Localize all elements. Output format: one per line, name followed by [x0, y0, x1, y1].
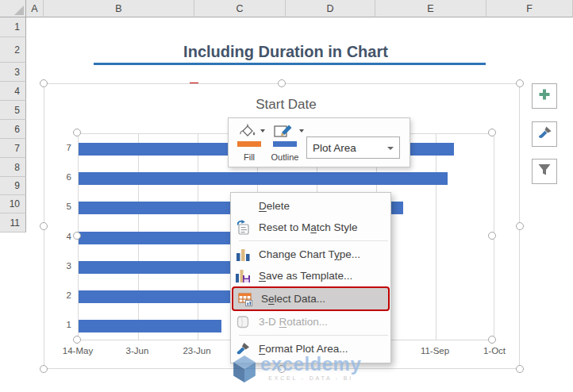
menu-item-save-as-template[interactable]: Save as Template...	[231, 265, 390, 286]
x-axis-label[interactable]: 3-Jun	[126, 346, 149, 355]
selection-handle[interactable]	[516, 79, 524, 87]
chart-styles-button[interactable]	[532, 121, 557, 147]
row-header-5[interactable]: 5	[0, 101, 26, 120]
row-header-2[interactable]: 2	[0, 37, 26, 63]
y-axis-label[interactable]: 7	[51, 143, 71, 152]
row-header-1[interactable]: 1	[0, 17, 26, 37]
selection-handle[interactable]	[40, 365, 48, 373]
menu-separator	[239, 240, 388, 241]
mini-toolbar: Fill Outline Plot Area	[228, 117, 410, 167]
column-header-C[interactable]: C	[194, 0, 286, 17]
row-header-8[interactable]: 8	[0, 158, 26, 177]
menu-item-label: Delete	[259, 200, 290, 212]
chart-filters-button[interactable]	[532, 159, 557, 184]
y-axis-label[interactable]: 3	[51, 261, 71, 271]
chart-elements-button[interactable]	[532, 83, 557, 109]
menu-item-select-data[interactable]: Select Data...	[232, 286, 390, 311]
vertical-gridline	[436, 134, 436, 340]
row-header-9[interactable]: 9	[0, 177, 26, 195]
menu-item-label: 3-D Rotation...	[259, 316, 328, 328]
selection-handle[interactable]	[278, 79, 286, 87]
row-header-6[interactable]: 6	[0, 120, 26, 139]
y-axis-label[interactable]: 6	[51, 172, 71, 182]
y-axis-label[interactable]: 1	[51, 320, 71, 329]
menu-item-reset-to-match-style[interactable]: Reset to Match Style	[231, 217, 390, 238]
watermark-tagline: EXCEL - DATA - BI	[260, 375, 361, 381]
selection-handle[interactable]	[40, 79, 48, 87]
x-axis-label[interactable]: 1-Oct	[483, 346, 506, 355]
selection-handle[interactable]	[40, 222, 48, 230]
selection-handle[interactable]	[73, 336, 81, 344]
row-header-10[interactable]: 10	[0, 195, 26, 213]
row-header-3[interactable]: 3	[0, 63, 26, 82]
menu-separator	[239, 335, 388, 336]
plus-icon	[538, 88, 551, 104]
fill-dropdown-arrow[interactable]	[260, 129, 265, 133]
fill-label: Fill	[233, 152, 265, 162]
row-header-7[interactable]: 7	[0, 139, 26, 158]
y-axis-label[interactable]: 2	[51, 290, 71, 300]
column-header-D[interactable]: D	[286, 0, 375, 17]
fill-bucket-icon[interactable]	[237, 123, 257, 143]
row-header-4[interactable]: 4	[0, 82, 26, 101]
menu-item-label: Save as Template...	[259, 270, 352, 282]
outline-pencil-icon[interactable]	[273, 123, 294, 143]
selection-handle[interactable]	[73, 129, 81, 136]
menu-item-3d-rotation: 3-D Rotation...	[231, 311, 390, 332]
3d-rotation-icon	[234, 314, 252, 330]
select-all-triangle-icon	[14, 6, 24, 15]
change-chart-type-icon	[234, 247, 252, 263]
x-axis-label[interactable]: 23-Jun	[183, 346, 210, 355]
menu-item-change-chart-type[interactable]: Change Chart Type...	[231, 244, 390, 265]
y-axis-label[interactable]: 5	[51, 202, 71, 211]
reset-icon	[234, 220, 252, 236]
y-axis-label[interactable]: 4	[51, 232, 71, 241]
selection-handle[interactable]	[488, 232, 496, 240]
select-all-corner[interactable]	[0, 0, 26, 17]
selection-handle[interactable]	[516, 365, 524, 373]
heading-underline	[94, 63, 486, 65]
selector-dropdown-arrow[interactable]	[387, 147, 394, 150]
brush-icon	[537, 125, 552, 144]
exceldemy-logo-icon	[232, 354, 257, 387]
worksheet-heading: Including Duration in Chart	[48, 43, 524, 61]
menu-item-label: Select Data...	[261, 293, 325, 305]
x-axis-label[interactable]: 11-Sep	[421, 346, 449, 355]
watermark-brand: exceldemy	[260, 354, 361, 375]
gantt-bar-6[interactable]	[79, 172, 448, 185]
menu-item-label: Reset to Match Style	[259, 221, 358, 233]
outline-dropdown-arrow[interactable]	[299, 129, 304, 133]
menu-item-label: Change Chart Type...	[259, 248, 360, 260]
menu-item-delete[interactable]: Delete	[231, 195, 390, 217]
exceldemy-watermark: exceldemy EXCEL - DATA - BI	[232, 354, 361, 387]
gantt-bar-1[interactable]	[79, 320, 221, 332]
selection-handle[interactable]	[516, 222, 524, 230]
x-axis-label[interactable]: 14-May	[63, 346, 93, 355]
column-header-B[interactable]: B	[44, 0, 194, 17]
row-header-11[interactable]: 11	[0, 213, 26, 233]
selection-handle[interactable]	[73, 232, 81, 240]
no-icon	[234, 198, 252, 214]
select-data-icon	[237, 291, 254, 307]
column-header-E[interactable]: E	[375, 0, 486, 17]
column-header-A[interactable]: A	[26, 0, 44, 17]
selection-handle[interactable]	[488, 129, 496, 136]
fill-color-swatch[interactable]	[237, 141, 261, 147]
selection-handle[interactable]	[488, 336, 496, 344]
context-menu: DeleteReset to Match StyleChange Chart T…	[230, 192, 391, 363]
save-as-template-icon	[234, 268, 252, 284]
chart-element-selector[interactable]: Plot Area	[306, 136, 400, 159]
outline-label: Outline	[267, 152, 303, 162]
outline-color-swatch[interactable]	[273, 141, 297, 147]
column-header-F[interactable]: F	[486, 0, 573, 17]
chart-title[interactable]: Start Date	[78, 97, 494, 113]
funnel-icon	[537, 163, 552, 179]
selector-value: Plot Area	[313, 142, 356, 154]
